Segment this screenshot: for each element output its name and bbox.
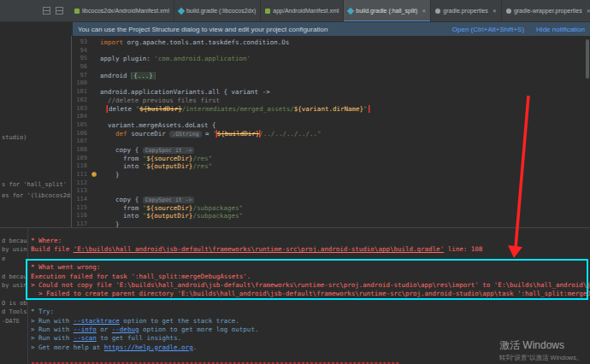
code-token: into <box>123 212 143 220</box>
tab-strip: libcocos2dx/AndroidManifest.xmlbuild.gra… <box>70 0 590 22</box>
console-text: * Where: <box>31 237 62 244</box>
editor-scrollbar[interactable] <box>586 39 589 79</box>
code-token: android <box>100 72 131 79</box>
line-number: 112 <box>73 179 90 188</box>
code-text: android.applicationVariants.all { varian… <box>100 88 589 97</box>
editor-tab[interactable]: app/AndroidManifest.xml <box>261 0 344 22</box>
console-lines: * Where:Build file 'E:\builds\hall_andro… <box>31 237 590 364</box>
gutter-icon-slot <box>90 47 100 56</box>
code-text: from "${sourceDir}/res" <box>100 155 589 163</box>
console-line: > Could not copy file 'E:\builds\hall_an… <box>31 281 590 290</box>
code-token: /subpackages" <box>192 204 243 212</box>
gutter-icon-slot <box>90 204 100 213</box>
gutter-icon-slot <box>90 196 100 204</box>
gutter-icon-slot <box>90 187 100 196</box>
tab-label: gradle.properties <box>443 8 488 14</box>
console-text: . <box>193 343 198 351</box>
editor-tab[interactable]: build.gradle (:hall_split)✕ <box>344 0 431 22</box>
console-link[interactable]: --scan <box>74 334 97 342</box>
close-tab-icon[interactable]: ✕ <box>422 8 426 14</box>
console-link[interactable]: --debug <box>112 326 139 333</box>
properties-file-icon <box>435 9 440 14</box>
line-number: 94 <box>73 47 90 56</box>
line-number: 117 <box>73 220 90 227</box>
console-line: > Failed to create parent directory 'E:\… <box>31 290 590 298</box>
line-number: 96 <box>73 63 90 72</box>
code-token: delete <box>109 105 136 113</box>
gutter-icon-slot <box>90 162 100 171</box>
code-editor[interactable]: studio)s for 'hall_split'es for '(libcoc… <box>0 36 590 227</box>
line-number: 93 <box>73 38 90 47</box>
tab-label: build.gradle (:libcocos2dx) <box>186 8 256 14</box>
gutter-icon-slot <box>90 113 100 121</box>
console-link[interactable]: https://help.gradle.org <box>104 343 193 351</box>
code-indent <box>100 146 115 154</box>
gutter-icon-slot <box>90 155 100 163</box>
code-token: variant.mergeAssets.doLast { <box>108 121 215 129</box>
line-number: 97 <box>73 72 90 80</box>
build-tree-text-fragment: by using e <box>0 281 27 290</box>
code-text <box>100 47 589 56</box>
code-text: } <box>100 171 589 179</box>
project-structure-icon[interactable] <box>43 7 50 15</box>
gutter-icon-slot <box>90 63 100 72</box>
intention-bulb-icon[interactable] <box>91 172 97 177</box>
tab-label: app/AndroidManifest.xml <box>273 8 339 14</box>
console-link[interactable]: 'E:\builds\hall_android\jsb-default\fram… <box>74 245 444 253</box>
code-token: android.applicationVariants.all { varian… <box>100 88 270 96</box>
editor-tab[interactable]: build.gradle (:libcocos2dx) <box>174 0 261 22</box>
build-tree-text-fragment: e <box>0 255 27 263</box>
console-text: > Failed to create parent directory 'E:\… <box>31 290 590 297</box>
close-tab-icon[interactable]: ✕ <box>587 8 590 14</box>
code-token: import <box>100 38 127 46</box>
editor-lines: 93import org.apache.tools.ant.taskdefs.c… <box>73 38 589 227</box>
code-line: 101android.applicationVariants.all { var… <box>73 88 589 97</box>
console-link[interactable]: --stacktrace <box>74 317 120 325</box>
console-text: * Try: <box>31 308 54 315</box>
build-tree-text-fragment: by using e <box>0 245 27 254</box>
code-line: 113 <box>73 187 589 196</box>
hide-notification-link[interactable]: Hide notification <box>536 26 585 33</box>
android-studio-window: libcocos2dx/AndroidManifest.xmlbuild.gra… <box>0 0 590 364</box>
tabbar-left-icons <box>43 7 63 15</box>
line-number: 95 <box>73 55 90 63</box>
code-line: 100 <box>73 79 589 88</box>
line-number: 100 <box>73 79 90 88</box>
tab-label: libcocos2dx/AndroidManifest.xml <box>82 8 169 14</box>
console-line: > Run with --info or --debug option to g… <box>31 326 590 334</box>
console-text: ****************************************… <box>31 361 399 364</box>
code-token: ${sourceDir} <box>146 155 192 162</box>
console-text: > Get more help at <box>31 343 104 351</box>
code-line: 103 delete "${buildDir}/intermediates/me… <box>73 105 589 114</box>
code-token: /res" <box>192 155 212 162</box>
code-indent <box>100 162 123 170</box>
console-line: * Try: <box>31 308 590 316</box>
line-number: 116 <box>73 212 90 220</box>
split-window-icon[interactable] <box>56 7 63 15</box>
code-token: " <box>213 130 217 138</box>
code-text <box>100 113 589 121</box>
gradle-file-icon <box>347 7 354 14</box>
code-text: copy { CopySpec it -> <box>100 196 589 204</box>
build-output-console[interactable]: d becauseby using eed becauseby using eO… <box>0 227 590 364</box>
code-indent <box>100 130 115 138</box>
red-annotation-box: delete "${buildDir}/intermediates/merged… <box>108 105 369 113</box>
editor-tab[interactable]: gradle.properties✕ <box>431 0 502 22</box>
console-link[interactable]: --info <box>74 326 97 333</box>
editor-notification-bar: You can use the Project Structure dialog… <box>73 22 590 36</box>
code-indent <box>100 220 115 227</box>
line-number: 110 <box>73 162 90 171</box>
code-text: delete "${buildDir}/intermediates/merged… <box>100 105 589 114</box>
close-tab-icon[interactable]: ✕ <box>493 8 497 14</box>
line-number: 105 <box>73 121 90 130</box>
tab-label: gradle-wrapper.properties <box>514 8 582 14</box>
editor-tab[interactable]: gradle-wrapper.properties✕ <box>502 0 590 22</box>
gutter-icon-slot <box>90 138 100 146</box>
open-project-structure-link[interactable]: Open (Ctrl+Alt+Shift+S) <box>452 26 524 33</box>
properties-file-icon <box>506 9 511 14</box>
build-tree-text-fragment <box>0 263 27 272</box>
code-token: {...} <box>131 72 156 80</box>
code-text: copy { CopySpec it -> <box>100 146 589 155</box>
editor-tab[interactable]: libcocos2dx/AndroidManifest.xml <box>70 0 174 22</box>
code-text: //delete previous files first <box>100 97 589 105</box>
